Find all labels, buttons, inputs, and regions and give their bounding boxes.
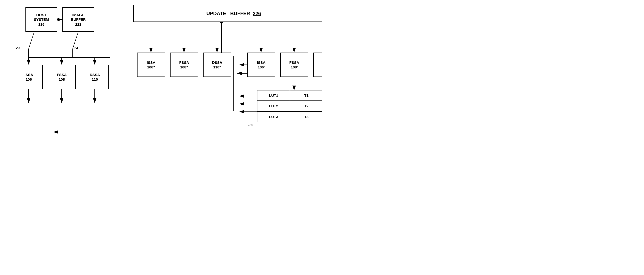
t1-col: T1 [290,90,322,100]
fssa-double-box: FSSA108" [170,52,198,77]
t3-col: T3 [290,112,322,122]
dssa-main-box: DSSA110 [81,65,109,89]
diagram: HOSTSYSTEM116 IMAGEBUFFER222 UPDATE BUFF… [0,0,322,137]
fssa-prime-box: FSSA108' [280,52,308,77]
image-buffer-label: IMAGEBUFFER222 [71,12,86,27]
update-buffer-label: UPDATE BUFFER 226 [206,10,261,17]
issa-prime-label: ISSA106' [257,60,266,70]
host-system-box: HOSTSYSTEM116 [26,7,57,32]
dssa-double-box: DSSA110" [203,52,231,77]
fssa-prime-label: FSSA108' [289,60,299,70]
dssa-prime-box: DSSA110' [313,52,322,77]
label-120: 120 [14,46,20,50]
fssa-double-label: FSSA108" [179,60,189,70]
issa-main-label: ISSA106 [24,72,33,82]
lut2-col: LUT2 [258,101,290,111]
dssa-double-label: DSSA110" [212,60,222,70]
host-system-label: HOSTSYSTEM116 [34,12,49,27]
issa-double-box: ISSA106" [137,52,165,77]
image-buffer-box: IMAGEBUFFER222 [62,7,94,32]
t2-col: T2 [290,101,322,111]
issa-prime-box: ISSA106' [247,52,275,77]
lut3-col: LUT3 [258,112,290,122]
fssa-main-box: FSSA108 [48,65,76,89]
lut1-col: LUT1 [258,90,290,100]
update-buffer-box: UPDATE BUFFER 226 [133,5,322,22]
issa-main-box: ISSA106 [15,65,43,89]
dssa-main-label: DSSA110 [90,72,100,82]
svg-line-3 [29,32,34,49]
fssa-main-label: FSSA108 [57,72,66,82]
issa-double-label: ISSA106" [147,60,155,70]
label-224: 224 [72,46,78,50]
label-230: 230 [248,123,253,127]
lut-table-box: LUT1 T1 LUT2 T2 LUT3 T3 [257,90,322,122]
